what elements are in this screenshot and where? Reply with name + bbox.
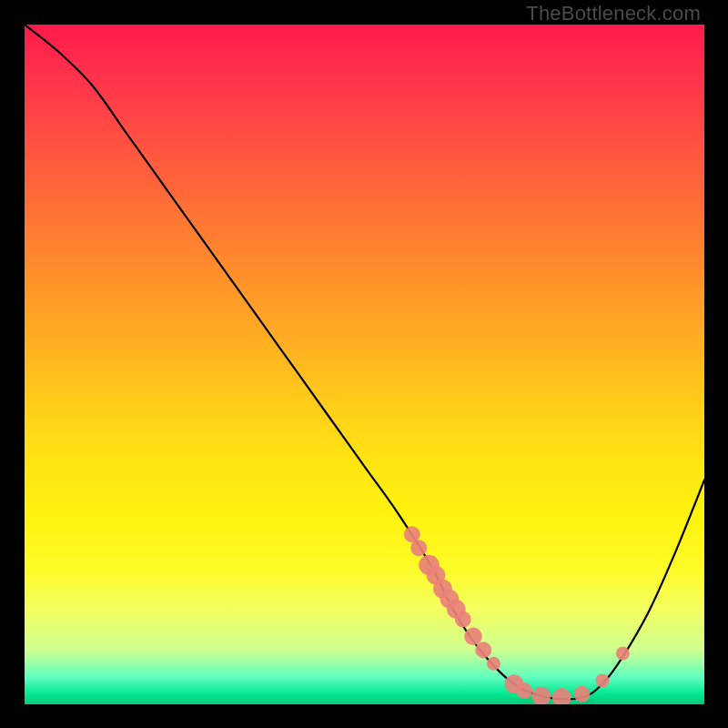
- marker-dot: [455, 612, 471, 628]
- plot-area: [25, 25, 704, 704]
- markers-group: [404, 526, 630, 704]
- marker-dot: [531, 687, 551, 704]
- marker-dot: [464, 628, 481, 645]
- marker-dot: [410, 540, 427, 556]
- marker-dot: [616, 647, 630, 661]
- marker-dot: [475, 642, 491, 658]
- marker-dot: [552, 688, 571, 704]
- chart-overlay: [25, 25, 704, 704]
- marker-dot: [487, 657, 500, 671]
- attribution-label: TheBottleneck.com: [526, 2, 701, 25]
- marker-dot: [574, 686, 591, 703]
- marker-dot: [595, 673, 609, 687]
- bottleneck-curve: [25, 25, 704, 699]
- chart-canvas: TheBottleneck.com: [0, 0, 728, 728]
- marker-dot: [516, 682, 532, 699]
